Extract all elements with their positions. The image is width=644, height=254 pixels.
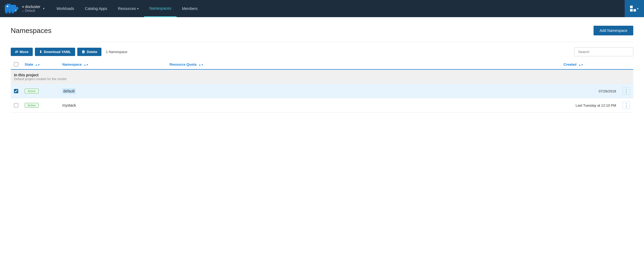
namespace-name: default: [62, 88, 76, 94]
svg-rect-4: [5, 11, 8, 13]
grid-menu-button[interactable]: ▾: [625, 0, 644, 17]
table-row: Active mystack Last Tuesday at 12:10 PM …: [11, 98, 633, 113]
row-checkbox-cell[interactable]: [11, 84, 21, 98]
th-namespace[interactable]: Namespace ▲▼: [59, 59, 166, 69]
resources-chevron-icon: ▾: [137, 7, 139, 10]
row-kebab-menu-mystack[interactable]: ⋮: [623, 102, 630, 109]
row-state-default: Active: [21, 84, 59, 98]
row-state-mystack: Active: [21, 98, 59, 113]
folder-icon: ⌂: [22, 9, 24, 12]
download-yaml-button[interactable]: ⬇ Download YAML: [35, 48, 75, 56]
move-icon: ⇄: [15, 50, 18, 54]
row-namespace-default[interactable]: default: [59, 84, 166, 98]
namespace-count: 1 Namespace: [106, 50, 127, 54]
move-button[interactable]: ⇄ Move: [11, 48, 33, 56]
nav-catalog-apps[interactable]: Catalog Apps: [79, 0, 112, 17]
table-body: In this project Default project created …: [11, 69, 633, 113]
navbar: ≡ docluster ⌂ Default ▾ Workloads Catalo…: [0, 0, 644, 17]
nav-namespaces[interactable]: Namespaces: [144, 0, 177, 17]
th-resource-quota[interactable]: Resource Quota ▲▼: [166, 59, 560, 69]
brand-logo: [4, 2, 19, 15]
group-title: In this project: [14, 73, 630, 77]
delete-button[interactable]: 🗑 Delete: [77, 48, 101, 56]
status-badge: Active: [25, 89, 39, 94]
grid-icon: [630, 6, 636, 12]
row-quota-mystack: [166, 98, 560, 113]
select-all-checkbox[interactable]: [14, 62, 18, 66]
group-subtitle: Default project created for the cluster: [14, 77, 630, 81]
th-created[interactable]: Created ▲▼: [560, 59, 619, 69]
row-checkbox-cell[interactable]: [11, 98, 21, 113]
row-created-default: 07/26/2018: [560, 84, 619, 98]
nav-items: Workloads Catalog Apps Resources ▾ Names…: [51, 0, 203, 17]
nav-workloads[interactable]: Workloads: [51, 0, 79, 17]
row-quota-default: [166, 84, 560, 98]
row-actions-mystack: ⋮: [619, 98, 633, 113]
namespace-sort-icon: ▲▼: [84, 64, 89, 66]
row-namespace-mystack[interactable]: mystack: [59, 98, 166, 113]
cluster-name: ≡ docluster: [22, 5, 40, 9]
page-header: Namespaces Add Namespace: [11, 17, 633, 42]
row-checkbox-default[interactable]: [14, 89, 18, 93]
svg-rect-2: [14, 7, 18, 10]
status-badge: Active: [25, 103, 39, 108]
nav-resources[interactable]: Resources ▾: [113, 0, 144, 17]
toolbar: ⇄ Move ⬇ Download YAML 🗑 Delete 1 Namesp…: [11, 42, 633, 59]
row-kebab-menu-default[interactable]: ⋮: [623, 87, 630, 95]
row-actions-default: ⋮: [619, 84, 633, 98]
svg-rect-5: [9, 11, 11, 13]
brand-cluster-selector[interactable]: ≡ docluster ⌂ Default ▾: [0, 2, 49, 15]
search-input[interactable]: [574, 47, 633, 56]
main-content: Namespaces Add Namespace ⇄ Move ⬇ Downlo…: [0, 17, 644, 254]
table-header: State ▲▼ Namespace ▲▼ Resource Quota ▲▼ …: [11, 59, 633, 69]
grid-chevron-icon: ▾: [637, 7, 639, 10]
created-sort-icon: ▲▼: [579, 64, 583, 66]
add-namespace-button[interactable]: Add Namespace: [594, 26, 633, 35]
th-select-all[interactable]: [11, 59, 21, 69]
group-row-project: In this project Default project created …: [11, 69, 633, 84]
row-created-mystack: Last Tuesday at 12:10 PM: [560, 98, 619, 113]
page-title: Namespaces: [11, 27, 52, 35]
brand-chevron-icon: ▾: [43, 7, 45, 10]
download-icon: ⬇: [39, 50, 42, 54]
svg-rect-6: [12, 11, 14, 13]
state-sort-icon: ▲▼: [35, 64, 40, 66]
nav-right: ▾: [625, 0, 644, 17]
nav-members[interactable]: Members: [177, 0, 203, 17]
namespaces-table: State ▲▼ Namespace ▲▼ Resource Quota ▲▼ …: [11, 59, 633, 113]
svg-rect-8: [6, 7, 14, 10]
list-icon: ≡: [22, 5, 24, 9]
project-name: ⌂ Default: [22, 9, 40, 13]
quota-sort-icon: ▲▼: [199, 64, 203, 66]
svg-rect-7: [15, 10, 17, 11]
row-checkbox-mystack[interactable]: [14, 103, 18, 107]
delete-icon: 🗑: [82, 50, 85, 54]
brand-info: ≡ docluster ⌂ Default: [22, 5, 40, 13]
namespace-name: mystack: [62, 103, 76, 107]
th-state[interactable]: State ▲▼: [21, 59, 59, 69]
table-row: Active default 07/26/2018 ⋮: [11, 84, 633, 98]
